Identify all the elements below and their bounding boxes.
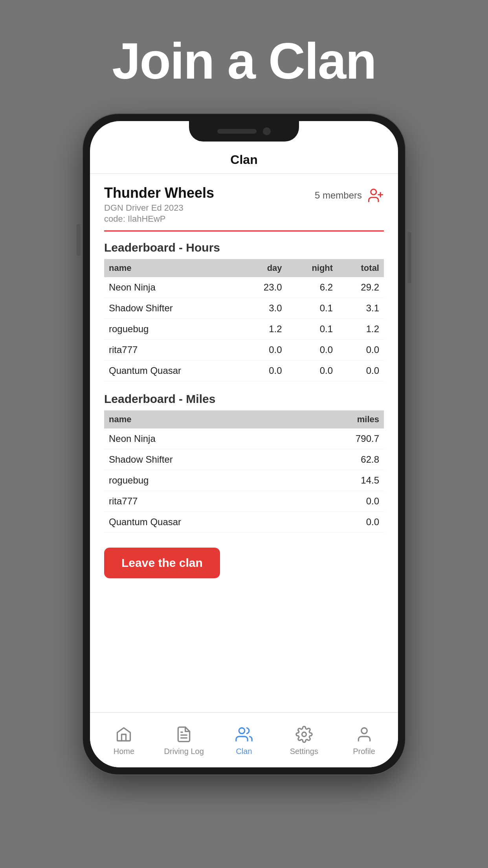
hours-col-name: name xyxy=(104,259,240,277)
table-row: Shadow Shifter 62.8 xyxy=(104,449,384,470)
miles-row-miles: 790.7 xyxy=(303,428,384,449)
clan-subtitle: DGN Driver Ed 2023 xyxy=(104,203,214,213)
svg-point-6 xyxy=(302,732,306,737)
hours-row-total: 3.1 xyxy=(338,298,384,319)
tab-clan-label: Clan xyxy=(236,747,252,756)
hours-row-day: 0.0 xyxy=(240,340,287,360)
hours-row-name: Quantum Quasar xyxy=(104,360,240,381)
hours-row-total: 0.0 xyxy=(338,360,384,381)
clan-code: code: IlahHEwP xyxy=(104,214,214,224)
table-row: Neon Ninja 790.7 xyxy=(104,428,384,449)
tab-settings[interactable]: Settings xyxy=(274,724,334,756)
clan-icon xyxy=(234,724,254,745)
screen-body: Thunder Wheels DGN Driver Ed 2023 code: … xyxy=(90,174,398,712)
hours-col-day: day xyxy=(240,259,287,277)
table-row: Shadow Shifter 3.0 0.1 3.1 xyxy=(104,298,384,319)
members-count: 5 members xyxy=(315,190,362,201)
phone-screen: Clan Thunder Wheels DGN Driver Ed 2023 c… xyxy=(90,121,398,767)
tab-home-label: Home xyxy=(114,747,134,756)
red-divider xyxy=(104,230,384,232)
driving-log-icon xyxy=(174,724,194,745)
screen-content: Clan Thunder Wheels DGN Driver Ed 2023 c… xyxy=(90,121,398,767)
miles-col-name: name xyxy=(104,410,303,428)
table-row: Neon Ninja 23.0 6.2 29.2 xyxy=(104,277,384,298)
table-row: rita777 0.0 0.0 0.0 xyxy=(104,340,384,360)
miles-table-header: name miles xyxy=(104,410,384,428)
miles-col-miles: miles xyxy=(303,410,384,428)
hours-row-night: 0.1 xyxy=(287,298,338,319)
svg-point-5 xyxy=(239,728,245,734)
hours-row-total: 0.0 xyxy=(338,340,384,360)
tab-profile-label: Profile xyxy=(353,747,375,756)
hours-row-name: rita777 xyxy=(104,340,240,360)
hours-row-day: 1.2 xyxy=(240,319,287,340)
clan-name: Thunder Wheels xyxy=(104,185,214,201)
leaderboard-hours-title: Leaderboard - Hours xyxy=(104,241,384,254)
tab-clan[interactable]: Clan xyxy=(214,724,274,756)
tab-home[interactable]: Home xyxy=(94,724,154,756)
miles-row-name: rita777 xyxy=(104,491,303,512)
hours-row-name: Shadow Shifter xyxy=(104,298,240,319)
leaderboard-miles-title: Leaderboard - Miles xyxy=(104,392,384,406)
hours-table-header: name day night total xyxy=(104,259,384,277)
table-row: Quantum Quasar 0.0 0.0 0.0 xyxy=(104,360,384,381)
hours-row-total: 29.2 xyxy=(338,277,384,298)
phone-shell: Clan Thunder Wheels DGN Driver Ed 2023 c… xyxy=(83,114,405,774)
hours-row-night: 6.2 xyxy=(287,277,338,298)
table-row: Quantum Quasar 0.0 xyxy=(104,512,384,533)
clan-info-row: Thunder Wheels DGN Driver Ed 2023 code: … xyxy=(104,185,384,224)
miles-row-miles: 62.8 xyxy=(303,449,384,470)
hours-row-night: 0.1 xyxy=(287,319,338,340)
miles-row-name: Shadow Shifter xyxy=(104,449,303,470)
tab-bar: Home Driving Log xyxy=(90,712,398,767)
leaderboard-miles-table: name miles Neon Ninja 790.7 Shadow Shift… xyxy=(104,410,384,533)
hours-row-night: 0.0 xyxy=(287,360,338,381)
tab-driving-log[interactable]: Driving Log xyxy=(154,724,214,756)
add-member-icon[interactable] xyxy=(367,187,384,204)
miles-row-miles: 14.5 xyxy=(303,470,384,491)
hours-col-total: total xyxy=(338,259,384,277)
leaderboard-hours-table: name day night total Neon Ninja 23.0 6.2… xyxy=(104,259,384,381)
miles-row-miles: 0.0 xyxy=(303,512,384,533)
miles-row-miles: 0.0 xyxy=(303,491,384,512)
screen-header: Clan xyxy=(90,145,398,174)
hours-col-night: night xyxy=(287,259,338,277)
profile-icon xyxy=(354,724,374,745)
home-icon xyxy=(114,724,134,745)
leave-clan-button[interactable]: Leave the clan xyxy=(104,548,220,578)
settings-icon xyxy=(294,724,314,745)
clan-name-block: Thunder Wheels DGN Driver Ed 2023 code: … xyxy=(104,185,214,224)
miles-row-name: roguebug xyxy=(104,470,303,491)
hours-row-day: 0.0 xyxy=(240,360,287,381)
hours-row-total: 1.2 xyxy=(338,319,384,340)
tab-profile[interactable]: Profile xyxy=(334,724,394,756)
hours-row-day: 23.0 xyxy=(240,277,287,298)
notch-camera xyxy=(263,127,271,135)
table-row: roguebug 14.5 xyxy=(104,470,384,491)
screen-title: Clan xyxy=(230,153,257,167)
notch-speaker xyxy=(217,129,257,134)
hours-row-name: Neon Ninja xyxy=(104,277,240,298)
miles-row-name: Quantum Quasar xyxy=(104,512,303,533)
hours-row-day: 3.0 xyxy=(240,298,287,319)
miles-row-name: Neon Ninja xyxy=(104,428,303,449)
hours-row-night: 0.0 xyxy=(287,340,338,360)
clan-members-block: 5 members xyxy=(315,187,384,204)
phone-notch xyxy=(189,121,299,142)
page-background-title: Join a Clan xyxy=(112,31,376,90)
tab-settings-label: Settings xyxy=(290,747,318,756)
svg-point-0 xyxy=(371,189,376,195)
table-row: roguebug 1.2 0.1 1.2 xyxy=(104,319,384,340)
table-row: rita777 0.0 xyxy=(104,491,384,512)
svg-point-7 xyxy=(361,728,367,734)
tab-driving-log-label: Driving Log xyxy=(164,747,204,756)
hours-row-name: roguebug xyxy=(104,319,240,340)
